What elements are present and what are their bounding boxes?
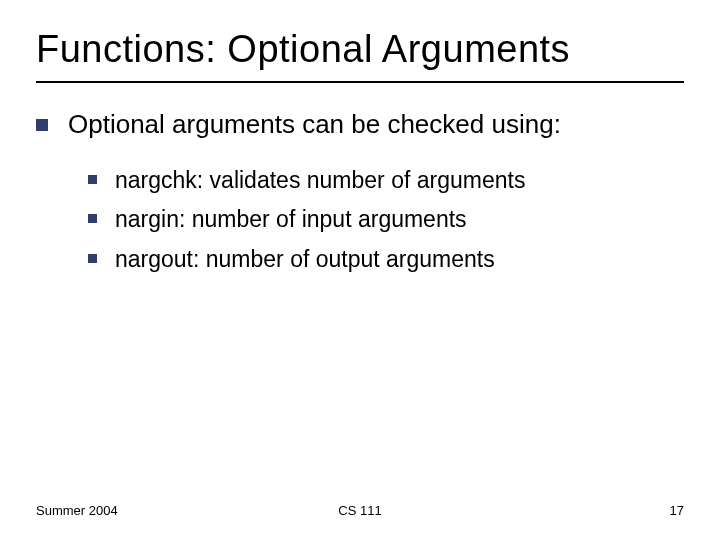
bullet-level1-text: Optional arguments can be checked using: xyxy=(68,107,684,142)
bullet-level2-text: nargchk: validates number of arguments xyxy=(115,164,684,197)
bullet-level2: nargin: number of input arguments xyxy=(88,203,684,236)
title-rule xyxy=(36,81,684,83)
square-bullet-icon xyxy=(88,175,97,184)
slide: Functions: Optional Arguments Optional a… xyxy=(0,0,720,540)
bullet-level1: Optional arguments can be checked using: xyxy=(36,107,684,142)
sublist: nargchk: validates number of arguments n… xyxy=(88,164,684,276)
bullet-level2: nargout: number of output arguments xyxy=(88,243,684,276)
bullet-level2-text: nargin: number of input arguments xyxy=(115,203,684,236)
square-bullet-icon xyxy=(88,254,97,263)
square-bullet-icon xyxy=(36,119,48,131)
bullet-level2: nargchk: validates number of arguments xyxy=(88,164,684,197)
slide-footer: Summer 2004 CS 111 17 xyxy=(36,503,684,518)
bullet-level2-text: nargout: number of output arguments xyxy=(115,243,684,276)
footer-center: CS 111 xyxy=(36,503,684,518)
slide-title: Functions: Optional Arguments xyxy=(36,28,684,71)
square-bullet-icon xyxy=(88,214,97,223)
slide-body: Optional arguments can be checked using:… xyxy=(36,107,684,276)
